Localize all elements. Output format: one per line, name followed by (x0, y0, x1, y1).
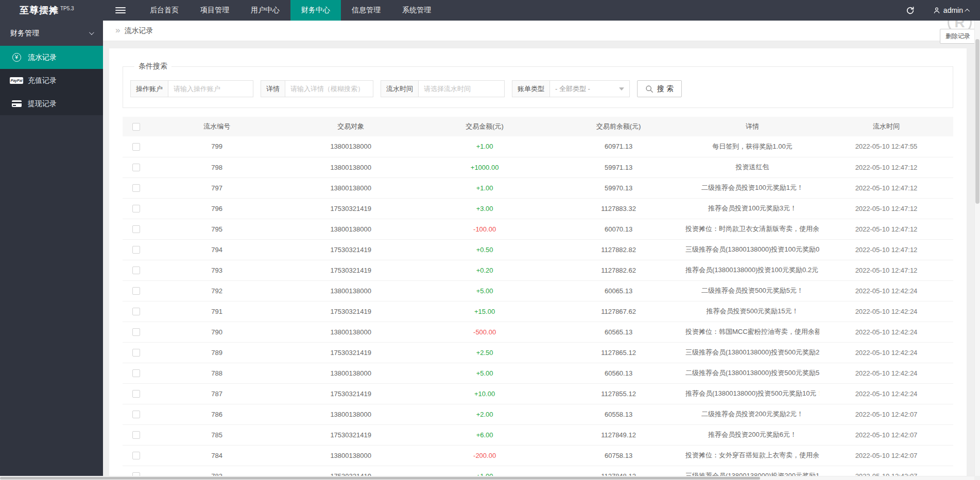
vertical-scrollbar-thumb[interactable] (975, 39, 979, 204)
sidebar-item-recharge[interactable]: PayPal 充值记录 (0, 69, 103, 92)
row-checkbox[interactable] (132, 225, 140, 233)
search-field-type: 账单类型 - 全部类型 - (512, 80, 630, 97)
horizontal-scrollbar-thumb[interactable] (0, 477, 760, 479)
cell-serial: 786 (150, 404, 284, 424)
menu-toggle-icon[interactable] (115, 0, 126, 21)
table-row: 790 13800138000 -500.00 60565.13 投资摊位：韩国… (123, 322, 953, 342)
user-menu[interactable]: admin (933, 6, 970, 14)
horizontal-scrollbar[interactable] (0, 476, 974, 480)
detail-label: 详情 (261, 80, 285, 97)
cell-detail: 二级推荐会员投资100元奖励1元！ (685, 177, 819, 198)
cell-balance: 60560.13 (552, 363, 685, 383)
row-checkbox[interactable] (132, 184, 140, 192)
sidebar-item-flow[interactable]: ¥ 流水记录 (0, 46, 103, 69)
delete-records-button[interactable]: 删除记录 (940, 29, 976, 44)
row-checkbox[interactable] (132, 308, 140, 315)
cell-detail: 推荐会员投资200元奖励6元！ (685, 424, 819, 445)
nav-item[interactable]: 信息管理 (341, 0, 391, 21)
sidebar-group-finance[interactable]: 财务管理 (0, 21, 103, 46)
cell-detail: 二级推荐会员投资500元奖励5元！ (685, 280, 819, 301)
cell-time: 2022-05-10 12:47:12 (819, 260, 953, 280)
row-checkbox[interactable] (132, 266, 140, 274)
main-nav: 后台首页 项目管理 用户中心 财务中心 信息管理 系统管理 (139, 0, 442, 21)
cell-serial: 788 (150, 363, 284, 383)
cell-detail: 推荐会员(13800138000)投资500元奖励10元！ (685, 383, 819, 404)
cell-time: 2022-05-10 12:42:24 (819, 363, 953, 383)
bill-type-value: - 全部类型 - (555, 84, 590, 94)
time-label: 流水时间 (381, 80, 418, 97)
cell-target: 17530321419 (284, 260, 418, 280)
cell-amount: +6.00 (418, 424, 552, 445)
type-label: 账单类型 (512, 80, 549, 97)
content-card: 条件搜索 操作账户 详情 流水时间 (109, 48, 967, 480)
detail-input[interactable] (285, 80, 373, 97)
table-header-row: 流水编号 交易对象 交易金额(元) 交易前余额(元) 详情 流水时间 (123, 117, 953, 136)
row-checkbox[interactable] (132, 411, 140, 418)
cell-balance: 1127867.62 (552, 301, 685, 322)
cell-balance: 60558.13 (552, 404, 685, 424)
table-row: 789 17530321419 +2.50 1127865.12 三级推荐会员(… (123, 342, 953, 363)
table-header-cell: 交易前余额(元) (552, 117, 685, 136)
row-checkbox[interactable] (132, 246, 140, 254)
cell-detail: 二级推荐会员(13800138000)投资500元奖励5元！ (685, 363, 819, 383)
username: admin (943, 6, 963, 14)
row-checkbox[interactable] (132, 164, 140, 171)
cell-serial: 790 (150, 322, 284, 342)
row-checkbox[interactable] (132, 369, 140, 377)
cell-amount: +3.00 (418, 198, 552, 219)
sidebar-group-label: 财务管理 (10, 29, 39, 38)
account-input[interactable] (168, 80, 253, 97)
account-label: 操作账户 (130, 80, 168, 97)
table-row: 797 13800138000 +1.00 59970.13 二级推荐会员投资1… (123, 177, 953, 198)
cell-detail: 投资摊位：时尚款卫衣女清新版寄卖，使用余额100元 (685, 219, 819, 239)
nav-item[interactable]: 用户中心 (240, 0, 290, 21)
cell-amount: +0.20 (418, 260, 552, 280)
select-all-checkbox[interactable] (132, 123, 140, 131)
app-window: 至尊摆摊 TP5.3 后台首页 项目管理 用户中心 财务中心 信息管理 系统管理… (0, 0, 980, 480)
table-row: 785 17530321419 +6.00 1127849.12 推荐会员投资2… (123, 424, 953, 445)
caret-up-icon (965, 8, 970, 13)
row-checkbox[interactable] (132, 143, 140, 151)
nav-item[interactable]: 财务中心 (290, 0, 341, 21)
cell-target: 17530321419 (284, 198, 418, 219)
cell-time: 2022-05-10 12:42:07 (819, 445, 953, 466)
row-checkbox[interactable] (132, 349, 140, 357)
table-row: 794 17530321419 +0.50 1127882.82 三级推荐会员(… (123, 239, 953, 260)
cell-target: 17530321419 (284, 424, 418, 445)
cell-target: 13800138000 (284, 445, 418, 466)
table-header-cell: 详情 (685, 117, 819, 136)
cell-target: 13800138000 (284, 136, 418, 157)
person-icon (933, 7, 940, 14)
refresh-icon[interactable] (906, 6, 915, 15)
cell-time: 2022-05-10 12:42:24 (819, 301, 953, 322)
table-row: 791 17530321419 +15.00 1127867.62 推荐会员投资… (123, 301, 953, 322)
nav-item[interactable]: 项目管理 (190, 0, 240, 21)
row-checkbox[interactable] (132, 205, 140, 212)
cell-balance: 1127883.32 (552, 198, 685, 219)
vertical-scrollbar[interactable] (974, 21, 980, 476)
nav-item[interactable]: 系统管理 (391, 0, 442, 21)
yen-circle-icon: ¥ (12, 53, 21, 62)
sidebar-item-label: 充值记录 (28, 76, 57, 85)
row-checkbox[interactable] (132, 452, 140, 459)
breadcrumb: » 流水记录 (103, 21, 980, 41)
search-button[interactable]: 搜 索 (637, 80, 682, 97)
cell-target: 13800138000 (284, 363, 418, 383)
table-row: 796 17530321419 +3.00 1127883.32 推荐会员投资1… (123, 198, 953, 219)
search-field-detail: 详情 (261, 80, 373, 97)
bill-type-select[interactable]: - 全部类型 - (549, 80, 630, 97)
cell-balance: 1127865.12 (552, 342, 685, 363)
row-checkbox[interactable] (132, 328, 140, 336)
cell-amount: +0.50 (418, 239, 552, 260)
cell-detail: 投资摊位：女外穿百搭短款上衣寄卖，使用余额200元 (685, 445, 819, 466)
sidebar-item-withdraw[interactable]: 提现记录 (0, 92, 103, 115)
cell-balance: 60971.13 (552, 136, 685, 157)
row-checkbox[interactable] (132, 287, 140, 295)
row-checkbox[interactable] (132, 431, 140, 439)
cell-time: 2022-05-10 12:47:12 (819, 198, 953, 219)
cell-serial: 784 (150, 445, 284, 466)
row-checkbox[interactable] (132, 390, 140, 398)
cell-amount: +2.00 (418, 404, 552, 424)
nav-item[interactable]: 后台首页 (139, 0, 190, 21)
time-input[interactable] (418, 80, 505, 97)
